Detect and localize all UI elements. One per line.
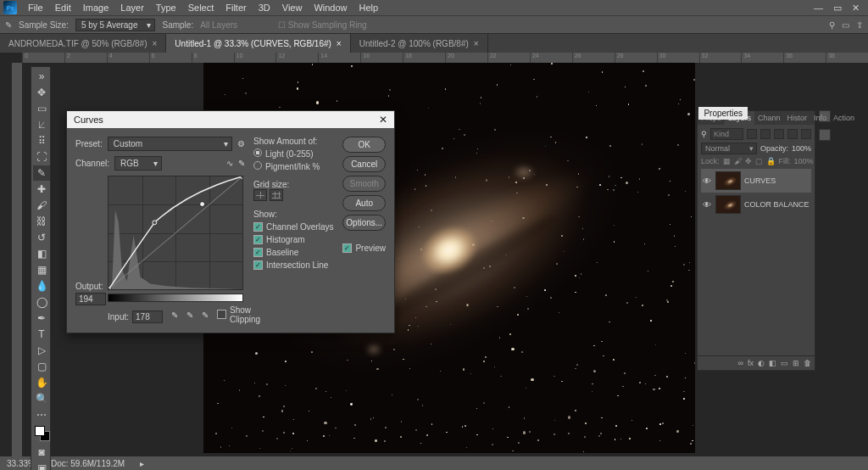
panel-tab-info[interactable]: Info [810, 111, 830, 125]
layer-fx-icon[interactable]: fx [748, 359, 754, 367]
menu-layer[interactable]: Layer [114, 3, 150, 13]
grid-large-button[interactable] [270, 189, 283, 201]
blend-mode-select[interactable]: Normal [701, 143, 757, 154]
tab-untitled1[interactable]: Untitled-1 @ 33.3% (CURVES, RGB/16#)× [166, 34, 350, 53]
gradient-tool-icon[interactable]: ▦ [33, 262, 50, 277]
menu-type[interactable]: Type [150, 3, 182, 13]
lasso-tool-icon[interactable]: ⟀ [33, 117, 50, 132]
path-tool-icon[interactable]: ▷ [33, 343, 50, 358]
curve-pencil-mode-icon[interactable]: ✎ [238, 159, 245, 168]
share-icon[interactable]: ⇪ [856, 20, 863, 30]
preview-checkbox[interactable] [342, 243, 352, 253]
baseline-checkbox[interactable] [253, 247, 263, 257]
preset-select[interactable]: Custom [108, 137, 232, 151]
window-restore-icon[interactable]: ▭ [833, 3, 842, 14]
quick-mask-icon[interactable]: ◙ [33, 445, 50, 460]
group-icon[interactable]: ▭ [781, 359, 788, 367]
lock-transparency-icon[interactable]: ▦ [723, 157, 731, 165]
input-input[interactable] [132, 311, 163, 323]
move-tool-icon[interactable]: ✥ [33, 85, 50, 100]
crop-tool-icon[interactable]: ⛶ [33, 149, 50, 165]
color-swatches[interactable] [33, 426, 48, 445]
curve-draw-mode-icon[interactable]: ∿ [226, 159, 233, 168]
grid-small-button[interactable] [253, 189, 267, 201]
eyedropper-black-icon[interactable]: ✎ [171, 311, 178, 320]
menu-window[interactable]: Window [308, 3, 353, 13]
collapse-icon[interactable]: » [33, 69, 50, 84]
tab-untitled2[interactable]: Untitled-2 @ 100% (RGB/8#)× [351, 34, 488, 53]
menu-help[interactable]: Help [353, 3, 385, 13]
intersection-checkbox[interactable] [253, 260, 263, 270]
opacity-value[interactable]: 100% [792, 144, 811, 153]
zoom-tool-icon[interactable]: 🔍 [33, 391, 50, 406]
pen-tool-icon[interactable]: ✒ [33, 311, 50, 326]
doc-info-chevron-icon[interactable]: ▸ [140, 459, 144, 468]
show-sampling-ring-checkbox[interactable]: ☐ Show Sampling Ring [278, 20, 367, 30]
marquee-tool-icon[interactable]: ▭ [33, 101, 50, 116]
light-radio[interactable] [253, 148, 262, 159]
foreground-swatch[interactable] [35, 426, 45, 436]
pigment-radio[interactable] [253, 161, 262, 171]
visibility-icon[interactable]: 👁 [703, 200, 712, 210]
brush-tool-icon[interactable]: 🖌 [33, 198, 50, 213]
curve-graph[interactable] [108, 176, 243, 290]
hand-tool-icon[interactable]: ✋ [33, 375, 50, 390]
panel-tab-channels[interactable]: Chann [754, 111, 784, 125]
search-icon[interactable]: ⚲ [829, 20, 835, 30]
layer-row[interactable]: 👁 COLOR BALANCE [701, 193, 811, 216]
lock-all-icon[interactable]: 🔒 [766, 157, 776, 165]
channel-select[interactable]: RGB [114, 156, 162, 171]
layer-thumbnail[interactable] [715, 195, 741, 214]
window-minimize-icon[interactable]: — [814, 3, 823, 14]
doc-size[interactable]: Doc: 59.6M/119.2M [51, 459, 125, 468]
tab-andromeda[interactable]: ANDROMEDA.TIF @ 50% (RGB/8#)× [0, 34, 166, 53]
close-icon[interactable]: × [337, 39, 342, 48]
show-clipping-checkbox[interactable] [217, 310, 226, 321]
healing-tool-icon[interactable]: ✚ [33, 182, 50, 197]
filter-type-icon[interactable] [774, 129, 784, 139]
ok-button[interactable]: OK [342, 137, 386, 153]
collapsed-panel-icon[interactable] [819, 129, 831, 141]
trash-icon[interactable]: 🗑 [804, 359, 811, 367]
dialog-close-icon[interactable]: ✕ [379, 114, 387, 126]
auto-button[interactable]: Auto [342, 195, 386, 211]
history-brush-tool-icon[interactable]: ↺ [33, 230, 50, 245]
filter-pixel-icon[interactable] [747, 129, 757, 139]
eyedropper-white-icon[interactable]: ✎ [202, 311, 209, 320]
fill-value[interactable]: 100% [794, 157, 814, 165]
eraser-tool-icon[interactable]: ◧ [33, 246, 50, 261]
filter-adjust-icon[interactable] [760, 129, 771, 139]
lock-position-icon[interactable]: ✥ [745, 157, 752, 165]
panel-tab-history[interactable]: Histor [784, 111, 811, 125]
window-close-icon[interactable]: ✕ [852, 3, 860, 14]
layer-row[interactable]: 👁 CURVES [701, 169, 811, 193]
layer-filter-select[interactable]: Kind [710, 128, 743, 140]
menu-3d[interactable]: 3D [253, 3, 276, 13]
quick-select-tool-icon[interactable]: ⠿ [33, 133, 50, 148]
screen-mode-icon[interactable]: ▣ [33, 461, 50, 470]
blur-tool-icon[interactable]: 💧 [33, 278, 50, 294]
panel-tab-actions[interactable]: Action [830, 111, 858, 125]
lock-artboard-icon[interactable]: ▢ [755, 157, 763, 165]
type-tool-icon[interactable]: T [33, 327, 50, 342]
preset-menu-icon[interactable]: ⚙ [237, 139, 245, 148]
histogram-checkbox[interactable] [253, 234, 263, 244]
output-input[interactable] [75, 293, 106, 305]
channel-overlays-checkbox[interactable] [253, 221, 263, 232]
dialog-titlebar[interactable]: Curves ✕ [67, 111, 394, 128]
link-layers-icon[interactable]: ∞ [738, 359, 743, 367]
new-layer-icon[interactable]: ⊞ [793, 359, 799, 367]
properties-tab[interactable]: Properties [698, 107, 748, 120]
sample-size-select[interactable]: 5 by 5 Average [75, 19, 156, 31]
workspace-icon[interactable]: ▭ [842, 20, 849, 30]
menu-image[interactable]: Image [77, 3, 115, 13]
input-gradient[interactable] [108, 294, 243, 302]
lock-pixels-icon[interactable]: 🖌 [734, 157, 742, 165]
filter-smart-icon[interactable] [801, 129, 811, 139]
menu-select[interactable]: Select [182, 3, 220, 13]
close-icon[interactable]: × [153, 39, 158, 48]
edit-toolbar-icon[interactable]: ⋯ [33, 407, 50, 422]
options-button[interactable]: Options... [342, 215, 386, 231]
search-icon[interactable]: ⚲ [701, 130, 707, 138]
shape-tool-icon[interactable]: ▢ [33, 359, 50, 374]
